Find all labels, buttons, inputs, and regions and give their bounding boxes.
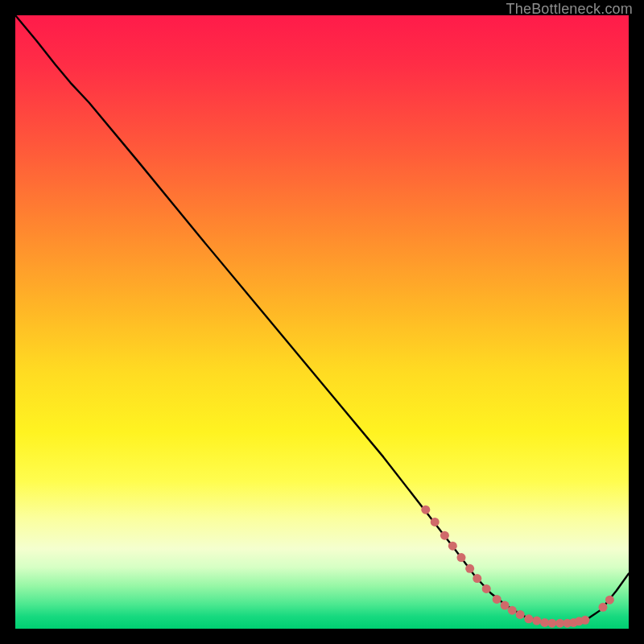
watermark-label: TheBottleneck.com (506, 1, 633, 18)
marker-dot (524, 614, 533, 623)
marker-dot (516, 610, 525, 619)
marker-dot (431, 518, 440, 526)
marker-dot (456, 553, 465, 562)
marker-dot (599, 603, 608, 612)
marker-dot (605, 596, 614, 605)
marker-dot (465, 564, 474, 573)
marker-dot (547, 619, 556, 628)
chart-stage: TheBottleneck.com (0, 0, 644, 644)
marker-dot (532, 617, 541, 625)
marker-dot (440, 531, 449, 540)
marker-dot (501, 601, 510, 610)
marker-dot (448, 542, 457, 551)
marker-group (421, 506, 614, 628)
marker-dot (473, 574, 481, 583)
marker-dot (421, 506, 430, 514)
marker-dot (482, 584, 491, 593)
markers-layer (15, 15, 629, 629)
plot-area (15, 15, 629, 629)
marker-dot (493, 595, 502, 604)
marker-dot (580, 616, 589, 625)
marker-dot (508, 606, 517, 615)
